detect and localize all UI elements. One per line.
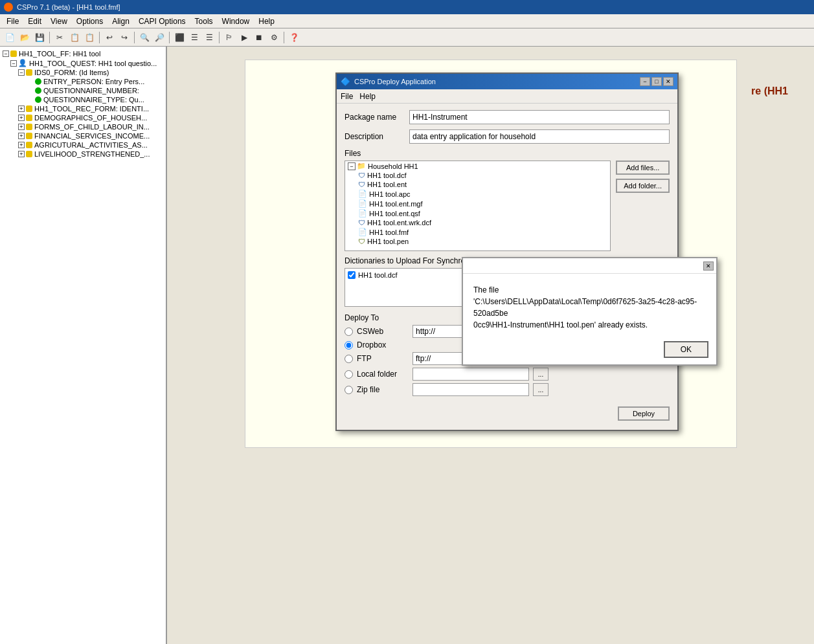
toolbar-stop[interactable]: ⏹: [252, 30, 266, 45]
file-item-ent[interactable]: 🛡 HH1 tool.ent: [345, 180, 610, 189]
toolbar-paste[interactable]: 📋: [82, 30, 96, 45]
tree-item-entry-person[interactable]: ENTRY_PERSON: Entry Pers...: [0, 77, 166, 86]
toolbar-flag[interactable]: 🏳: [222, 30, 236, 45]
tree-icon-yellow: [10, 50, 17, 57]
tree-item-livelihood[interactable]: + LIVELIHOOD_STRENGTHENED_...: [0, 150, 166, 159]
toolbar-copy[interactable]: 📋: [67, 30, 82, 45]
deploy-menu-file[interactable]: File: [341, 92, 353, 101]
file-item-dcf[interactable]: 🛡 HH1 tool.dcf: [345, 171, 610, 180]
tree-expander[interactable]: +: [18, 124, 25, 130]
toolbar-align-right[interactable]: ☰: [202, 30, 216, 45]
toolbar-new[interactable]: 📄: [3, 30, 17, 45]
radio-zip[interactable]: [345, 386, 353, 394]
radio-dropbox[interactable]: [345, 341, 353, 350]
folder-icon: 📁: [357, 162, 366, 170]
tree-item-quest-type[interactable]: QUESTIONNAIRE_TYPE: Qu...: [0, 95, 166, 104]
radio-local[interactable]: [345, 370, 353, 379]
tree-item-financial-services[interactable]: + FINANCIAL_SERVICES_INCOME...: [0, 131, 166, 140]
app-title: CSPro 7.1 (beta) - [HH1 tool.fmf]: [17, 3, 120, 11]
tree-expander[interactable]: +: [18, 115, 25, 121]
main-content: − HH1_TOOL_FF: HH1 tool − 👤 HH1_TOOL_QUE…: [0, 47, 814, 644]
separator-2: [99, 32, 100, 43]
tree-item-hh1-tool-ff[interactable]: − HH1_TOOL_FF: HH1 tool: [0, 49, 166, 58]
deploy-menu-help[interactable]: Help: [359, 92, 376, 101]
toolbar-redo[interactable]: ↪: [117, 30, 131, 45]
file-item-pen[interactable]: 🛡 HH1 tool.pen: [345, 237, 610, 246]
tree-expander[interactable]: +: [18, 133, 25, 139]
dict-checkbox[interactable]: [348, 271, 356, 279]
toolbar-find[interactable]: 🔍: [137, 30, 152, 45]
files-buttons: Add files... Add folder...: [616, 161, 670, 251]
toolbar-replace[interactable]: 🔎: [152, 30, 166, 45]
menu-file[interactable]: File: [3, 16, 23, 27]
zip-browse-btn[interactable]: ...: [533, 383, 548, 396]
add-files-btn[interactable]: Add files...: [616, 161, 670, 175]
deploy-dialog[interactable]: 🔷 CSPro Deploy Application − □ ✕ File He…: [335, 72, 679, 431]
file-tree-expander[interactable]: −: [348, 162, 356, 170]
alert-ok-btn[interactable]: OK: [664, 341, 708, 358]
toolbar-undo[interactable]: ↩: [102, 30, 117, 45]
menu-view[interactable]: View: [47, 16, 71, 27]
toolbar-save[interactable]: 💾: [32, 30, 47, 45]
tree-expander[interactable]: −: [10, 60, 17, 67]
tree-expander[interactable]: +: [18, 142, 25, 148]
toolbar-cut[interactable]: ✂: [52, 30, 67, 45]
package-name-input[interactable]: [409, 110, 670, 124]
file-item-folder[interactable]: − 📁 Household HH1: [345, 161, 610, 171]
deploy-btn[interactable]: Deploy: [618, 406, 670, 421]
file-item-wrk-dcf[interactable]: 🛡 HH1 tool.ent.wrk.dcf: [345, 218, 610, 227]
toolbar-open[interactable]: 📂: [17, 30, 32, 45]
tree-label: HH1_TOOL_REC_FORM: IDENTI...: [34, 105, 149, 113]
files-section: Files − 📁 Household HH1 🛡 HH1 tool.dcf: [345, 149, 670, 251]
radio-csweb[interactable]: [345, 328, 353, 336]
app-icon: [4, 3, 13, 12]
file-item-qsf[interactable]: 📄 HH1 tool.ent.qsf: [345, 208, 610, 218]
file-label: HH1 tool.ent.mgf: [369, 200, 423, 208]
tree-expander[interactable]: −: [18, 69, 25, 76]
dcf-icon: 🛡: [358, 219, 365, 227]
alert-close-btn[interactable]: ✕: [703, 261, 714, 271]
file-label: HH1 tool.fmf: [369, 228, 409, 236]
radio-label-dropbox: Dropbox: [357, 340, 409, 350]
zip-path-input[interactable]: [413, 383, 529, 396]
menu-align[interactable]: Align: [108, 16, 133, 27]
menu-help[interactable]: Help: [254, 16, 278, 27]
tree-expander[interactable]: +: [18, 151, 25, 157]
alert-dialog[interactable]: ✕ The file 'C:\Users\DELL\AppData\Local\…: [462, 257, 718, 366]
tree-item-rec-form[interactable]: + HH1_TOOL_REC_FORM: IDENTI...: [0, 104, 166, 113]
separator-6: [284, 32, 284, 43]
tree-item-child-labour[interactable]: + FORMS_OF_CHILD_LABOUR_IN...: [0, 122, 166, 131]
local-path-input[interactable]: [413, 368, 529, 381]
file-label: Household HH1: [368, 162, 418, 170]
toolbar-settings[interactable]: ⚙: [267, 30, 281, 45]
files-list[interactable]: − 📁 Household HH1 🛡 HH1 tool.dcf 🛡 HH1 t…: [345, 161, 611, 251]
radio-ftp[interactable]: [345, 355, 353, 363]
form-section-title-visible: re (HH1: [751, 85, 788, 97]
menu-tools[interactable]: Tools: [191, 16, 217, 27]
dialog-minimize-btn[interactable]: −: [640, 77, 650, 86]
dialog-maximize-btn[interactable]: □: [651, 77, 662, 86]
toolbar-help[interactable]: ❓: [287, 30, 301, 45]
tree-item-quest-number[interactable]: QUESTIONNAIRE_NUMBER:: [0, 86, 166, 95]
tree-icon-green: [35, 78, 41, 85]
menu-options[interactable]: Options: [73, 16, 107, 27]
menu-window[interactable]: Window: [218, 16, 254, 27]
tree-item-demographics[interactable]: + DEMOGRAPHICS_OF_HOUSEH...: [0, 113, 166, 122]
add-folder-btn[interactable]: Add folder...: [616, 179, 670, 193]
local-browse-btn[interactable]: ...: [533, 368, 548, 381]
file-item-mgf[interactable]: 📄 HH1 tool.ent.mgf: [345, 199, 610, 208]
dialog-close-btn[interactable]: ✕: [663, 77, 673, 86]
tree-expander[interactable]: +: [18, 105, 25, 112]
toolbar-run[interactable]: ▶: [237, 30, 251, 45]
description-input[interactable]: [409, 129, 670, 144]
file-item-fmf[interactable]: 📄 HH1 tool.fmf: [345, 227, 610, 237]
menu-capi[interactable]: CAPI Options: [135, 16, 190, 27]
toolbar-align-center[interactable]: ☰: [187, 30, 201, 45]
toolbar-align-left[interactable]: ⬛: [172, 30, 187, 45]
tree-expander[interactable]: −: [3, 50, 9, 57]
tree-item-ids0-form[interactable]: − IDS0_FORM: (Id Items): [0, 68, 166, 77]
file-item-apc[interactable]: 📄 HH1 tool.apc: [345, 189, 610, 199]
tree-item-hh1-tool-quest[interactable]: − 👤 HH1_TOOL_QUEST: HH1 tool questio...: [0, 58, 166, 68]
menu-edit[interactable]: Edit: [24, 16, 45, 27]
tree-item-agricultural[interactable]: + AGRICUTURAL_ACTIVITIES_AS...: [0, 140, 166, 150]
